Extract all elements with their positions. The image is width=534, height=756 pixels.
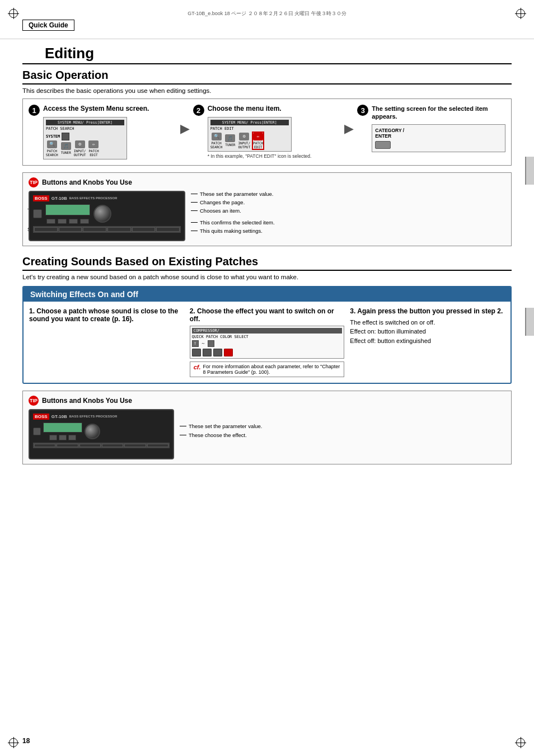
arrow-1-to-2: ▶ xyxy=(180,105,190,136)
effect-step-2-title: 2. Choose the effect you want to switch … xyxy=(190,307,345,323)
system-label: SYSTEM xyxy=(46,134,60,139)
tip2-ann1-text: These set the parameter value. xyxy=(189,423,263,429)
ped2-4 xyxy=(102,444,123,447)
tip-label-1: Buttons and Knobs You Use xyxy=(42,179,132,186)
comp-type: T xyxy=(192,340,199,347)
step-2-content: Choose the menu item. SYSTEM MENU/ Press… xyxy=(208,105,341,159)
tip-icon-1: TIP xyxy=(29,177,39,187)
cf-note-box: cf. For more information about each para… xyxy=(190,361,345,377)
ann-change-page-text: Changes the page. xyxy=(200,199,245,205)
device2-display xyxy=(43,422,82,433)
device2-btns xyxy=(49,435,76,440)
comp-btn4-active xyxy=(224,349,233,356)
comp-controls: T ～ xyxy=(192,340,343,347)
btn3 xyxy=(69,219,78,224)
pedal-3 xyxy=(83,227,106,232)
comp-btn1 xyxy=(192,349,201,356)
quick-guide-label: Quick Guide xyxy=(22,20,74,31)
tip-body-1: This displays the System Menu. Sets the … xyxy=(29,191,505,241)
sm-input-output-icon: ⚙ INPUT/OUTPUT xyxy=(74,140,86,157)
ann-quit: This quits making settings. xyxy=(191,228,505,234)
device2-brand: BOSS GT-10B BASS EFFECTS PROCESSOR xyxy=(33,414,170,420)
device-center-controls xyxy=(45,204,90,224)
step-2-number: 2 xyxy=(193,105,204,116)
comp-buttons xyxy=(192,349,343,356)
ann-confirm-text: This confirms the selected item. xyxy=(200,219,275,226)
tip-device-2: BOSS GT-10B BASS EFFECTS PROCESSOR xyxy=(29,409,174,459)
switching-effects-header: Switching Effects On and Off xyxy=(24,287,510,302)
tip2-ann2: These choose the effect. xyxy=(180,432,263,438)
step-3-content: The setting screen for the selected item… xyxy=(372,105,505,152)
model-name: GT-10B xyxy=(51,196,67,201)
side-tab-2 xyxy=(525,308,534,336)
corner-mark-br xyxy=(515,737,526,748)
comp-tilde: ～ xyxy=(201,340,205,346)
ann-choose-item-text: Chooses an item. xyxy=(200,208,241,214)
step2-menu-a: SYSTEM MENU/ Press[ENTER] PATCH EDIT 🔍 P… xyxy=(208,117,292,152)
system-menu-image: SYSTEM MENU/ Press[ENTER] PATCH SEARCH S… xyxy=(43,117,127,159)
tip-annotations-right: These set the parameter value. Changes t… xyxy=(191,191,505,234)
device-display xyxy=(45,204,90,215)
dev2-btn3 xyxy=(68,435,76,440)
device2-center xyxy=(43,422,82,440)
sm-patch-search-icon: 🔍 PATCHSEARCH xyxy=(46,140,58,157)
pedal-row xyxy=(33,226,181,233)
device-image-1: BOSS GT-10B BASS EFFECTS PROCESSOR xyxy=(29,191,185,241)
ped2-3 xyxy=(79,444,101,447)
tip-icon-2: TIP xyxy=(29,396,39,406)
basic-operation-title: Basic Operation xyxy=(22,69,512,84)
device-body-row xyxy=(33,204,181,224)
switching-effects-box: Switching Effects On and Off 1. Choose a… xyxy=(22,286,512,384)
boss-badge-2: BOSS xyxy=(33,414,49,420)
pedal-4 xyxy=(107,227,131,232)
step-1-number: 1 xyxy=(29,105,40,116)
tip-box-1: TIP Buttons and Knobs You Use This displ… xyxy=(22,172,512,246)
steps-container: 1 Access the System Menu screen. SYSTEM … xyxy=(22,98,512,166)
comp-subtitle: QUICK PATCH COLOR SELECT xyxy=(192,335,343,339)
comp-btn2 xyxy=(203,349,212,356)
enter-button-mock xyxy=(375,141,391,149)
model-subtitle: BASS EFFECTS PROCESSOR xyxy=(69,196,118,200)
device2-knob xyxy=(85,424,100,439)
pedal-1 xyxy=(34,227,58,232)
step-3-title: The setting screen for the selected item… xyxy=(372,105,505,121)
dev2-btn1 xyxy=(49,435,57,440)
editing-title: Editing xyxy=(22,45,512,64)
cf-icon: cf. xyxy=(194,364,201,370)
ped2-6 xyxy=(147,444,168,447)
ann-param-set-text: These set the parameter value. xyxy=(200,191,274,197)
model-name-2: GT-10B xyxy=(51,414,67,419)
dev2-sys-btn xyxy=(33,428,41,435)
ann-choose-item: Chooses an item. xyxy=(191,208,505,214)
basic-operation-desc: This describes the basic operations you … xyxy=(22,87,512,94)
device2-left xyxy=(33,428,41,435)
pedal-5 xyxy=(132,227,156,232)
arrow-2-to-3: ▶ xyxy=(344,105,354,136)
device2-controls xyxy=(33,422,170,440)
comp-btn3 xyxy=(213,349,222,356)
tip2-annotations: These set the parameter value. These cho… xyxy=(180,409,263,438)
tip2-body: BOSS GT-10B BASS EFFECTS PROCESSOR xyxy=(29,409,505,459)
device-left-controls xyxy=(33,209,42,218)
step-1-title: Access the System Menu screen. xyxy=(43,105,177,114)
pedal-row-2 xyxy=(33,443,170,448)
cf-note-container: cf. For more information about each para… xyxy=(190,361,345,377)
effect-detail-3: Effect off: button extinguished xyxy=(350,336,505,346)
sys-btn xyxy=(33,209,42,218)
pedal-6 xyxy=(156,227,180,232)
page-number: 18 xyxy=(22,737,30,745)
btn1 xyxy=(46,219,55,224)
effect-step-1: 1. Choose a patch whose sound is close t… xyxy=(29,307,184,326)
dev2-btn2 xyxy=(59,435,67,440)
tip-header-2: TIP Buttons and Knobs You Use xyxy=(29,396,505,406)
effect-detail-1: The effect is switched on or off. xyxy=(350,318,505,327)
cf-note-text: For more information about each paramete… xyxy=(203,364,341,375)
tip-device-area: This displays the System Menu. Sets the … xyxy=(29,191,185,241)
category-label: CATEGORY /ENTER xyxy=(375,128,502,139)
model-subtitle-2: BASS EFFECTS PROCESSOR xyxy=(69,415,118,418)
effect-step-2: 2. Choose the effect you want to switch … xyxy=(190,307,345,377)
ann-param-set: These set the parameter value. xyxy=(191,191,505,197)
ann-quit-text: This quits making settings. xyxy=(200,228,263,234)
effect-step-3: 3. Again press the button you pressed in… xyxy=(350,307,505,346)
ped2-5 xyxy=(124,444,146,447)
